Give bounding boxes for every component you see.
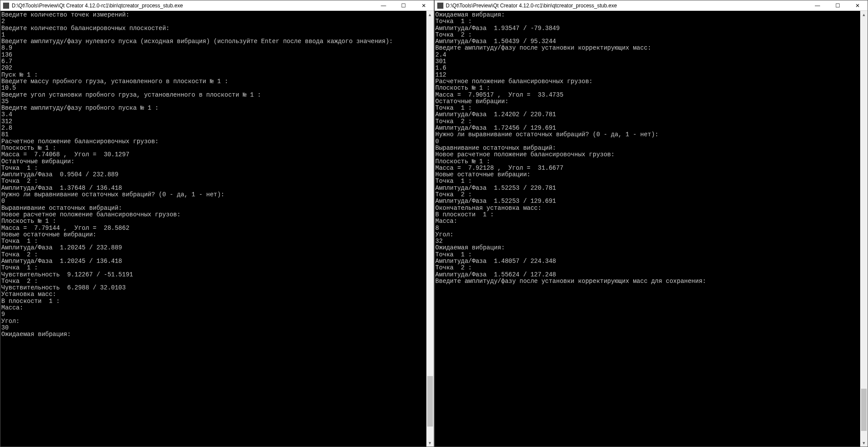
maximize-button[interactable]: ☐	[827, 0, 848, 10]
scroll-track[interactable]	[426, 18, 434, 439]
scroll-down-button[interactable]: ▼	[860, 439, 868, 447]
console-window-right: D:\Qt\Tools\Preview\Qt Creator 4.12.0-rc…	[434, 0, 868, 447]
console-viewport: Ожидаемая вибрация: Точка 1 : Амплитуда/…	[435, 11, 868, 447]
minimize-button[interactable]: —	[807, 0, 827, 10]
window-controls: — ☐ ✕	[374, 0, 434, 10]
console-output[interactable]: Введите количество точек измерений: 2 Вв…	[0, 11, 426, 447]
console-window-left: D:\Qt\Tools\Preview\Qt Creator 4.12.0-rc…	[0, 0, 434, 447]
minimize-button[interactable]: —	[374, 0, 394, 10]
scrollbar[interactable]: ▲ ▼	[860, 11, 868, 447]
console-output[interactable]: Ожидаемая вибрация: Точка 1 : Амплитуда/…	[435, 11, 861, 447]
scroll-down-button[interactable]: ▼	[426, 439, 434, 447]
scroll-thumb[interactable]	[427, 376, 433, 427]
console-viewport: Введите количество точек измерений: 2 Вв…	[0, 11, 434, 447]
desktop: D:\Qt\Tools\Preview\Qt Creator 4.12.0-rc…	[0, 0, 868, 447]
scrollbar[interactable]: ▲ ▼	[426, 11, 434, 447]
close-button[interactable]: ✕	[414, 0, 434, 10]
app-icon	[3, 3, 9, 9]
titlebar[interactable]: D:\Qt\Tools\Preview\Qt Creator 4.12.0-rc…	[0, 0, 434, 11]
scroll-up-button[interactable]: ▲	[860, 11, 868, 18]
scroll-thumb[interactable]	[861, 389, 867, 431]
scroll-up-button[interactable]: ▲	[426, 11, 434, 18]
close-button[interactable]: ✕	[848, 0, 868, 10]
scroll-track[interactable]	[860, 18, 868, 439]
window-title: D:\Qt\Tools\Preview\Qt Creator 4.12.0-rc…	[12, 3, 374, 9]
maximize-button[interactable]: ☐	[394, 0, 414, 10]
window-controls: — ☐ ✕	[807, 0, 868, 10]
app-icon	[437, 3, 443, 9]
titlebar[interactable]: D:\Qt\Tools\Preview\Qt Creator 4.12.0-rc…	[435, 0, 868, 11]
window-title: D:\Qt\Tools\Preview\Qt Creator 4.12.0-rc…	[446, 3, 808, 9]
